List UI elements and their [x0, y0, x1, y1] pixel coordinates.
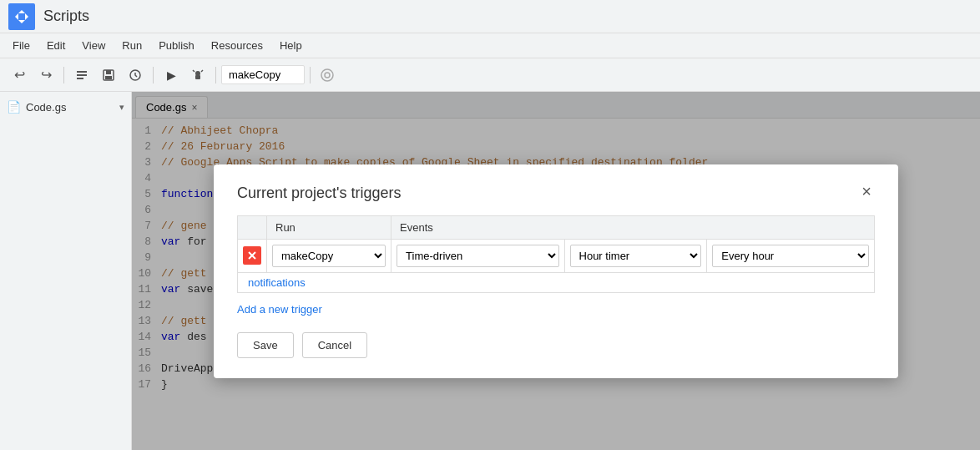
trigger-run-cell: makeCopy	[267, 239, 391, 272]
trigger-timer-type-select[interactable]: Minutes timer Hour timer Day timer Week …	[570, 245, 702, 267]
file-icon: 📄	[7, 100, 21, 114]
trigger-event-type-cell: Time-driven From spreadsheet	[391, 239, 564, 272]
undo-button[interactable]: ↩	[7, 63, 32, 87]
trigger-frequency-select[interactable]: Every 15 minutes Every 30 minutes Every …	[712, 245, 869, 267]
function-selector[interactable]: makeCopy	[221, 65, 305, 84]
trigger-frequency-cell: Every 15 minutes Every 30 minutes Every …	[707, 239, 875, 272]
svg-rect-4	[77, 78, 83, 79]
trigger-run-select[interactable]: makeCopy	[272, 245, 386, 267]
sidebar-arrow: ▾	[119, 102, 124, 113]
menu-publish[interactable]: Publish	[150, 36, 203, 55]
toolbar-separator-2	[153, 67, 154, 83]
debug-button[interactable]	[185, 63, 210, 87]
menu-resources[interactable]: Resources	[203, 36, 271, 55]
trigger-timer-type-cell: Minutes timer Hour timer Day timer Week …	[564, 239, 707, 272]
add-trigger-link[interactable]: Add a new trigger	[237, 303, 322, 316]
trigger-delete-cell	[238, 239, 267, 272]
menubar: File Edit View Run Publish Resources Hel…	[0, 33, 980, 58]
sidebar: 📄 Code.gs ▾	[0, 92, 132, 450]
trigger-row: makeCopy Time-driven From spreadsheet	[238, 239, 875, 272]
col-header-run: Run	[267, 215, 391, 239]
format-button[interactable]	[69, 63, 94, 87]
toolbar: ↩ ↪ ▶ makeCopy	[0, 58, 980, 92]
triggers-table: Run Events	[237, 215, 875, 293]
svg-marker-1	[18, 13, 25, 20]
dialog-title: Current project's triggers	[237, 185, 875, 202]
app-title: Scripts	[43, 8, 89, 25]
dialog-buttons: Save Cancel	[237, 332, 875, 358]
titlebar: Scripts	[0, 0, 980, 33]
svg-rect-10	[195, 75, 200, 79]
svg-rect-6	[106, 70, 111, 74]
close-dialog-button[interactable]: ×	[846, 176, 887, 207]
svg-point-13	[321, 69, 333, 81]
svg-rect-3	[77, 74, 87, 76]
redo-button[interactable]: ↪	[33, 63, 58, 87]
run-button[interactable]: ▶	[159, 63, 184, 87]
menu-view[interactable]: View	[73, 36, 114, 55]
col-header-delete	[238, 215, 267, 239]
sidebar-file-code[interactable]: 📄 Code.gs ▾	[0, 96, 131, 118]
save-button[interactable]: Save	[237, 332, 294, 358]
menu-file[interactable]: File	[4, 36, 38, 55]
app-icon	[8, 3, 35, 30]
delete-trigger-button[interactable]	[243, 246, 261, 265]
svg-line-12	[201, 70, 203, 72]
svg-rect-2	[77, 71, 87, 73]
cancel-button[interactable]: Cancel	[302, 332, 367, 358]
sidebar-filename: Code.gs	[26, 101, 66, 114]
modal-backdrop: × Current project's triggers Run Events	[132, 92, 980, 450]
menu-edit[interactable]: Edit	[38, 36, 73, 55]
svg-rect-7	[105, 76, 112, 79]
editor-area: Code.gs × 1 // Abhijeet Chopra 2 // 26 F…	[132, 92, 980, 450]
save-button[interactable]	[96, 63, 121, 87]
history-button[interactable]	[123, 63, 148, 87]
menu-run[interactable]: Run	[114, 36, 150, 55]
main-area: 📄 Code.gs ▾ Code.gs × 1 // Abhijeet Chop…	[0, 92, 980, 450]
toolbar-separator-1	[63, 67, 64, 83]
svg-point-14	[325, 73, 330, 78]
menu-help[interactable]: Help	[271, 36, 311, 55]
help-button[interactable]	[316, 63, 339, 87]
svg-line-11	[193, 70, 194, 72]
toolbar-separator-3	[215, 67, 216, 83]
toolbar-separator-4	[310, 67, 311, 83]
notifications-link[interactable]: notifications	[245, 276, 306, 289]
triggers-dialog: × Current project's triggers Run Events	[214, 164, 898, 378]
col-header-events: Events	[391, 215, 875, 239]
trigger-event-type-select[interactable]: Time-driven From spreadsheet	[397, 245, 558, 267]
notifications-cell: notifications	[238, 272, 875, 292]
trigger-notifications-row: notifications	[238, 272, 875, 292]
